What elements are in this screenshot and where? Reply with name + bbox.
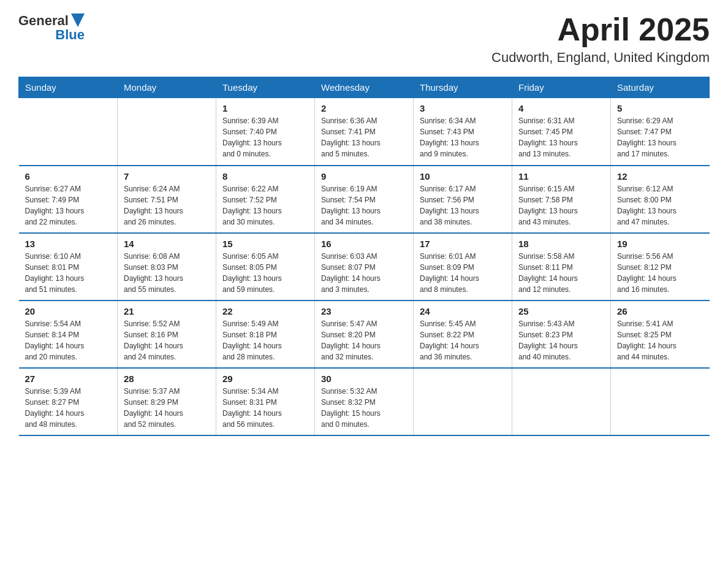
- day-info: Sunrise: 6:36 AMSunset: 7:41 PMDaylight:…: [321, 115, 407, 159]
- calendar-cell: 28Sunrise: 5:37 AMSunset: 8:29 PMDayligh…: [118, 368, 216, 435]
- day-info: Sunrise: 6:12 AMSunset: 8:00 PMDaylight:…: [617, 183, 703, 228]
- day-number: 13: [25, 239, 112, 249]
- calendar-cell: 22Sunrise: 5:49 AMSunset: 8:18 PMDayligh…: [216, 301, 315, 368]
- calendar-cell: 11Sunrise: 6:15 AMSunset: 7:58 PMDayligh…: [512, 166, 611, 233]
- day-number: 30: [321, 373, 407, 384]
- day-number: 18: [518, 239, 604, 249]
- page-title: April 2025: [491, 12, 710, 47]
- day-info: Sunrise: 6:27 AMSunset: 7:49 PMDaylight:…: [25, 183, 112, 228]
- calendar-cell: [611, 368, 710, 435]
- day-number: 11: [518, 171, 604, 182]
- calendar-cell: 14Sunrise: 6:08 AMSunset: 8:03 PMDayligh…: [118, 233, 216, 301]
- day-info: Sunrise: 6:22 AMSunset: 7:52 PMDaylight:…: [222, 183, 308, 228]
- day-info: Sunrise: 6:15 AMSunset: 7:58 PMDaylight:…: [518, 183, 604, 228]
- logo-blue-text: Blue: [55, 27, 85, 43]
- day-number: 20: [25, 306, 112, 316]
- calendar-cell: 20Sunrise: 5:54 AMSunset: 8:14 PMDayligh…: [19, 301, 118, 368]
- day-number: 17: [420, 239, 506, 249]
- calendar-cell: 18Sunrise: 5:58 AMSunset: 8:11 PMDayligh…: [512, 233, 611, 301]
- day-info: Sunrise: 6:05 AMSunset: 8:05 PMDaylight:…: [222, 251, 308, 295]
- day-number: 24: [420, 306, 506, 316]
- day-number: 9: [321, 171, 407, 182]
- logo-triangle-icon: [71, 13, 85, 27]
- calendar-cell: [19, 98, 118, 166]
- calendar-week-row: 13Sunrise: 6:10 AMSunset: 8:01 PMDayligh…: [19, 233, 710, 301]
- calendar-cell: 19Sunrise: 5:56 AMSunset: 8:12 PMDayligh…: [611, 233, 710, 301]
- day-info: Sunrise: 5:41 AMSunset: 8:25 PMDaylight:…: [617, 318, 703, 362]
- day-number: 6: [25, 171, 112, 182]
- day-info: Sunrise: 6:24 AMSunset: 7:51 PMDaylight:…: [124, 183, 210, 228]
- page-subtitle: Cudworth, England, United Kingdom: [491, 50, 710, 66]
- calendar-cell: 12Sunrise: 6:12 AMSunset: 8:00 PMDayligh…: [611, 166, 710, 233]
- weekday-header-tuesday: Tuesday: [216, 77, 315, 98]
- day-number: 28: [124, 373, 210, 384]
- day-number: 19: [617, 239, 703, 249]
- day-number: 12: [617, 171, 703, 182]
- day-number: 26: [617, 306, 703, 316]
- day-number: 15: [222, 239, 308, 249]
- calendar-week-row: 20Sunrise: 5:54 AMSunset: 8:14 PMDayligh…: [19, 301, 710, 368]
- day-number: 23: [321, 306, 407, 316]
- day-info: Sunrise: 5:52 AMSunset: 8:16 PMDaylight:…: [124, 318, 210, 362]
- day-number: 14: [124, 239, 210, 249]
- day-info: Sunrise: 6:01 AMSunset: 8:09 PMDaylight:…: [420, 251, 506, 295]
- calendar-cell: 21Sunrise: 5:52 AMSunset: 8:16 PMDayligh…: [118, 301, 216, 368]
- svg-marker-0: [71, 13, 85, 27]
- day-number: 10: [420, 171, 506, 182]
- day-info: Sunrise: 6:10 AMSunset: 8:01 PMDaylight:…: [25, 251, 112, 295]
- day-info: Sunrise: 5:37 AMSunset: 8:29 PMDaylight:…: [124, 386, 210, 430]
- calendar-cell: 23Sunrise: 5:47 AMSunset: 8:20 PMDayligh…: [315, 301, 414, 368]
- day-number: 29: [222, 373, 308, 384]
- calendar-cell: [118, 98, 216, 166]
- calendar-cell: 7Sunrise: 6:24 AMSunset: 7:51 PMDaylight…: [118, 166, 216, 233]
- calendar-cell: 6Sunrise: 6:27 AMSunset: 7:49 PMDaylight…: [19, 166, 118, 233]
- calendar-cell: 29Sunrise: 5:34 AMSunset: 8:31 PMDayligh…: [216, 368, 315, 435]
- weekday-header-monday: Monday: [118, 77, 216, 98]
- day-info: Sunrise: 6:19 AMSunset: 7:54 PMDaylight:…: [321, 183, 407, 228]
- calendar-cell: 25Sunrise: 5:43 AMSunset: 8:23 PMDayligh…: [512, 301, 611, 368]
- day-number: 27: [25, 373, 112, 384]
- day-info: Sunrise: 5:43 AMSunset: 8:23 PMDaylight:…: [518, 318, 604, 362]
- day-info: Sunrise: 5:49 AMSunset: 8:18 PMDaylight:…: [222, 318, 308, 362]
- calendar-cell: 1Sunrise: 6:39 AMSunset: 7:40 PMDaylight…: [216, 98, 315, 166]
- day-info: Sunrise: 6:08 AMSunset: 8:03 PMDaylight:…: [124, 251, 210, 295]
- calendar-cell: 5Sunrise: 6:29 AMSunset: 7:47 PMDaylight…: [611, 98, 710, 166]
- day-info: Sunrise: 6:17 AMSunset: 7:56 PMDaylight:…: [420, 183, 506, 228]
- day-number: 2: [321, 103, 407, 113]
- day-number: 16: [321, 239, 407, 249]
- calendar-cell: 8Sunrise: 6:22 AMSunset: 7:52 PMDaylight…: [216, 166, 315, 233]
- day-number: 4: [518, 103, 604, 113]
- day-info: Sunrise: 5:34 AMSunset: 8:31 PMDaylight:…: [222, 386, 308, 430]
- weekday-header-wednesday: Wednesday: [315, 77, 414, 98]
- calendar-cell: 13Sunrise: 6:10 AMSunset: 8:01 PMDayligh…: [19, 233, 118, 301]
- calendar-week-row: 27Sunrise: 5:39 AMSunset: 8:27 PMDayligh…: [19, 368, 710, 435]
- calendar-cell: 10Sunrise: 6:17 AMSunset: 7:56 PMDayligh…: [414, 166, 512, 233]
- weekday-header-sunday: Sunday: [19, 77, 118, 98]
- day-number: 7: [124, 171, 210, 182]
- day-number: 25: [518, 306, 604, 316]
- day-number: 22: [222, 306, 308, 316]
- page-header: General Blue April 2025 Cudworth, Englan…: [18, 12, 710, 66]
- logo: General Blue: [18, 12, 85, 43]
- day-number: 3: [420, 103, 506, 113]
- calendar-cell: 2Sunrise: 6:36 AMSunset: 7:41 PMDaylight…: [315, 98, 414, 166]
- weekday-header-thursday: Thursday: [414, 77, 512, 98]
- day-info: Sunrise: 5:58 AMSunset: 8:11 PMDaylight:…: [518, 251, 604, 295]
- day-info: Sunrise: 6:31 AMSunset: 7:45 PMDaylight:…: [518, 115, 604, 159]
- calendar-cell: 30Sunrise: 5:32 AMSunset: 8:32 PMDayligh…: [315, 368, 414, 435]
- day-info: Sunrise: 5:32 AMSunset: 8:32 PMDaylight:…: [321, 386, 407, 430]
- day-info: Sunrise: 5:39 AMSunset: 8:27 PMDaylight:…: [25, 386, 112, 430]
- day-info: Sunrise: 6:39 AMSunset: 7:40 PMDaylight:…: [222, 115, 308, 159]
- calendar-cell: 26Sunrise: 5:41 AMSunset: 8:25 PMDayligh…: [611, 301, 710, 368]
- calendar-cell: 24Sunrise: 5:45 AMSunset: 8:22 PMDayligh…: [414, 301, 512, 368]
- weekday-header-row: SundayMondayTuesdayWednesdayThursdayFrid…: [19, 77, 710, 98]
- day-number: 8: [222, 171, 308, 182]
- day-info: Sunrise: 6:03 AMSunset: 8:07 PMDaylight:…: [321, 251, 407, 295]
- day-info: Sunrise: 6:29 AMSunset: 7:47 PMDaylight:…: [617, 115, 703, 159]
- calendar-cell: 15Sunrise: 6:05 AMSunset: 8:05 PMDayligh…: [216, 233, 315, 301]
- calendar-week-row: 1Sunrise: 6:39 AMSunset: 7:40 PMDaylight…: [19, 98, 710, 166]
- calendar-cell: 4Sunrise: 6:31 AMSunset: 7:45 PMDaylight…: [512, 98, 611, 166]
- calendar-week-row: 6Sunrise: 6:27 AMSunset: 7:49 PMDaylight…: [19, 166, 710, 233]
- weekday-header-friday: Friday: [512, 77, 611, 98]
- calendar-cell: 17Sunrise: 6:01 AMSunset: 8:09 PMDayligh…: [414, 233, 512, 301]
